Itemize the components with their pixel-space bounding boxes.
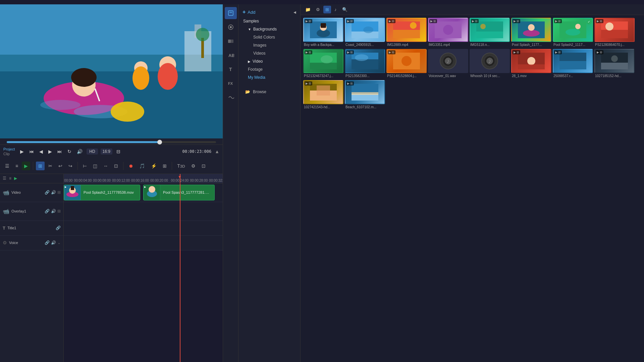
timecode-expand[interactable]: ▲ <box>215 149 219 154</box>
svg-point-67 <box>355 54 368 61</box>
mosaic-button[interactable]: ⊞ <box>160 162 169 170</box>
media-item-coast[interactable]: ▶⊞ Coast_24905915... <box>345 18 385 48</box>
grid-view-btn[interactable]: ⊞ <box>323 6 331 13</box>
overlay-move-icon[interactable]: ⊞ <box>57 209 61 214</box>
volume-button[interactable]: 🔊 <box>75 148 84 155</box>
voice-expand-icon[interactable]: ⌄ <box>57 240 61 245</box>
timeline-view-button[interactable]: ⊞ <box>36 162 45 170</box>
overlay-mute-icon[interactable]: 🔊 <box>51 209 56 214</box>
tree-videos[interactable]: Videos <box>238 49 300 57</box>
add-track-button[interactable]: ▶ <box>22 162 30 170</box>
media-item-boy[interactable]: ▶⊞ Boy with a Backpa... <box>303 18 343 48</box>
video-clip-1[interactable]: ▶ Pool Splash2_117778538.mov <box>64 185 140 200</box>
tree-backgrounds[interactable]: ▼ Backgrounds <box>238 25 300 33</box>
text-sidebar-icon[interactable]: AB <box>225 49 237 61</box>
quality-badge[interactable]: HD <box>87 148 98 155</box>
media-item-pool1[interactable]: ▶⊞ Pool Splash_1177... <box>511 18 551 48</box>
media-item-img2889[interactable]: ▶⊞ IMG2889.mp4 <box>386 18 427 48</box>
video-track-row: ▶ Pool Splash2_117778538.mov <box>64 183 223 202</box>
video-clip-2[interactable]: ▶ Pool Spash3_117777281.mov <box>143 185 215 200</box>
step-forward-button[interactable]: ▶ <box>47 148 53 155</box>
video-mute-icon[interactable]: 🔊 <box>51 190 56 195</box>
tree-samples[interactable]: Samples <box>238 17 300 25</box>
loop-button[interactable]: ↻ <box>66 148 73 155</box>
effects-sidebar-icon[interactable] <box>225 21 237 33</box>
media-item-hd2[interactable]: ▶⊞ 1027421543-hd... <box>303 80 343 110</box>
svg-rect-21 <box>71 186 74 190</box>
progress-bar[interactable] <box>7 141 216 143</box>
tree-footage[interactable]: Footage <box>238 65 300 73</box>
cut-tool-button[interactable]: ✂ <box>46 162 55 170</box>
snap-button[interactable]: ◫ <box>91 162 100 170</box>
media-item-img3351[interactable]: ▶⊞ IMG3351.mp4 <box>428 18 468 48</box>
settings-icon-btn[interactable]: ⚙ <box>314 6 322 13</box>
media-item-hd1[interactable]: ▶⊞ 1027185152-hd... <box>594 49 635 79</box>
fx-sidebar-icon[interactable]: FX <box>225 77 237 89</box>
media-item-ps21358[interactable]: ▶⊞ PS213582300... <box>345 49 385 79</box>
media-item-28mov[interactable]: ▶⊞ 28_1.mov <box>511 49 551 79</box>
timeline-content: 00:00:00:00 00:00:04:00 00:00:08:00 00:0… <box>64 174 223 362</box>
tracks-toggle-button[interactable]: ☰ <box>3 162 12 170</box>
title-sidebar-icon[interactable]: T <box>225 63 237 75</box>
svg-rect-83 <box>352 92 378 95</box>
tree-video[interactable]: ▶ Video <box>238 57 300 65</box>
video-track-label: 📹 Video 🔗 🔊 ⊞ <box>0 183 63 202</box>
extend-button[interactable]: ↔ <box>101 162 110 170</box>
title-track-name: Title1 <box>7 226 24 230</box>
video-move-icon[interactable]: ⊞ <box>57 190 61 195</box>
timeline-ruler[interactable]: 00:00:00:00 00:00:04:00 00:00:08:00 00:0… <box>64 174 223 183</box>
add-button[interactable]: + Add ◀ <box>238 7 300 17</box>
media-item-img5118[interactable]: ▶⊞ IMG5118.n... <box>470 18 510 48</box>
search-btn[interactable]: 🔍 <box>340 6 350 13</box>
media-item-voiceover[interactable]: Voiceover_01.wav <box>428 49 468 79</box>
tree-my-media[interactable]: My Media <box>238 73 300 81</box>
chevron-down-icon: ▼ <box>248 27 251 31</box>
ruler-mark-32: 00:00:32:00 <box>209 179 223 182</box>
redo-button[interactable]: ↪ <box>66 162 75 170</box>
media-item-beach[interactable]: ▶⊞ Beach_6107102.m... <box>345 80 385 110</box>
video-link-icon[interactable]: 🔗 <box>45 190 50 195</box>
track-header: ☰ ≡ ▶ <box>0 174 63 183</box>
browse-button[interactable]: 📂 Browse <box>241 87 298 97</box>
svg-rect-72 <box>518 64 545 69</box>
folder-icon-btn[interactable]: 📁 <box>303 6 313 13</box>
audio-button[interactable]: 🎵 <box>137 162 147 170</box>
prev-frame-button[interactable]: ⏮ <box>28 148 35 155</box>
motion-sidebar-icon[interactable] <box>225 92 237 104</box>
speed-button[interactable]: ⚡ <box>149 162 159 170</box>
media-item-ps21324[interactable]: ▶⊞ PS21324673247.j... <box>303 49 343 79</box>
voice-link-icon[interactable]: 🔗 <box>45 240 50 245</box>
music-btn[interactable]: ♪ <box>332 6 339 13</box>
title-3d-button[interactable]: T3D <box>175 162 187 170</box>
clip-label: Clip <box>3 152 16 156</box>
tree-images[interactable]: Images <box>238 41 300 49</box>
fullscreen-button[interactable]: ⊟ <box>115 148 122 155</box>
svg-point-55 <box>528 24 535 31</box>
voice-mute-icon[interactable]: 🔊 <box>51 240 56 245</box>
svg-point-52 <box>480 24 486 29</box>
undo-button[interactable]: ↩ <box>56 162 65 170</box>
play-button[interactable]: ▶ <box>19 148 25 155</box>
media-item-pool2[interactable]: ▶⊞ ✓ Pool Splash2_1117... <box>553 18 593 48</box>
svg-point-7 <box>158 63 178 90</box>
record-button[interactable]: ⏺ <box>126 162 136 170</box>
overlay-link-icon[interactable]: 🔗 <box>45 209 50 214</box>
svg-rect-74 <box>559 61 586 69</box>
tree-solid-colors[interactable]: Solid Colors <box>238 33 300 41</box>
next-frame-button[interactable]: ⏭ <box>56 148 63 155</box>
step-back-button[interactable]: ◀ <box>38 148 44 155</box>
media-item-ps21280[interactable]: ▶⊞ PS21280864070.j... <box>594 18 635 48</box>
transitions-sidebar-icon[interactable] <box>225 35 237 47</box>
mark-in-button[interactable]: ⊢ <box>80 162 89 170</box>
media-item-25088[interactable]: ▶⊞ 25088537.r... <box>553 49 593 79</box>
import-sidebar-icon[interactable] <box>225 7 237 19</box>
title-link-icon[interactable]: 🔗 <box>56 226 61 230</box>
svg-point-16 <box>111 102 144 122</box>
media-item-ps21481[interactable]: ▶⊞ PS21481528804.j... <box>386 49 427 79</box>
trim-button[interactable]: ⊡ <box>112 162 120 170</box>
effects-timeline-button[interactable]: ⚙ <box>189 162 198 170</box>
media-item-whoosh[interactable]: Whoosh 10 (4 sec... <box>470 49 510 79</box>
aspect-ratio-badge[interactable]: 16:9 <box>101 148 112 155</box>
storyboard-button[interactable]: ⊡ <box>199 162 208 170</box>
track-menu-button[interactable]: ≡ <box>13 162 20 170</box>
